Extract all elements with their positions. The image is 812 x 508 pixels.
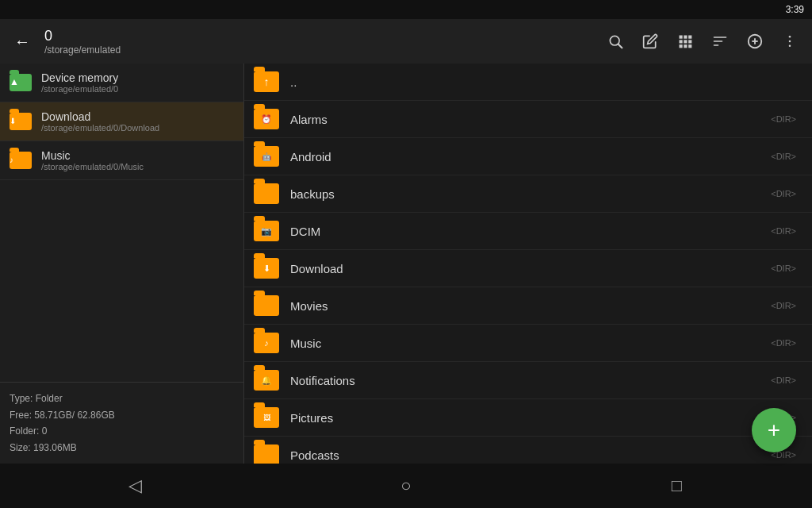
- alarms-dir: <DIR>: [771, 114, 796, 124]
- footer-type: Type: Folder: [10, 391, 234, 406]
- device-memory-name: Device memory: [41, 71, 118, 84]
- music-text: Music /storage/emulated/0/Music: [41, 149, 144, 171]
- file-item-dcim[interactable]: 📷 DCIM <DIR>: [244, 213, 812, 250]
- music-folder-icon-list: ♪: [254, 333, 279, 353]
- sidebar-items: ▲ Device memory /storage/emulated/0 ⬇ Do…: [0, 64, 243, 382]
- svg-rect-10: [688, 44, 691, 48]
- svg-rect-5: [680, 40, 683, 43]
- file-item-movies[interactable]: Movies <DIR>: [244, 287, 812, 325]
- music-name-list: Music: [290, 337, 771, 350]
- svg-point-17: [789, 36, 791, 38]
- bell-icon: 🔔: [261, 375, 272, 386]
- svg-rect-7: [688, 40, 691, 43]
- backups-folder-icon: [254, 183, 279, 204]
- file-item-backups[interactable]: backups <DIR>: [244, 175, 812, 213]
- file-item-up[interactable]: ↑ ..: [244, 64, 812, 101]
- notifications-name: Notifications: [290, 374, 771, 387]
- nav-home-button[interactable]: ○: [382, 470, 430, 502]
- status-bar: 3:39: [0, 0, 812, 19]
- file-item-music[interactable]: ♪ Music <DIR>: [244, 325, 812, 362]
- toolbar-actions: [599, 25, 806, 57]
- status-time: 3:39: [786, 4, 804, 15]
- title-path: /storage/emulated: [44, 44, 599, 56]
- grid-button[interactable]: [669, 25, 701, 57]
- nav-back-button[interactable]: ◁: [112, 470, 159, 502]
- file-item-download[interactable]: ⬇ Download <DIR>: [244, 250, 812, 287]
- dcim-dir: <DIR>: [771, 226, 796, 236]
- up-folder-icon: ↑: [254, 71, 279, 92]
- svg-rect-3: [684, 36, 687, 39]
- svg-point-19: [789, 45, 791, 48]
- movies-folder-icon: [254, 295, 279, 316]
- device-memory-folder-icon: ▲: [10, 74, 32, 91]
- android-icon: 🤖: [262, 152, 271, 161]
- device-memory-text: Device memory /storage/emulated/0: [41, 71, 118, 94]
- back-button[interactable]: ←: [6, 25, 38, 57]
- camera-icon: 📷: [261, 226, 272, 237]
- svg-rect-8: [680, 44, 683, 48]
- dcim-folder-icon: 📷: [254, 221, 279, 241]
- svg-rect-9: [684, 44, 687, 48]
- download-icon: ⬇: [263, 264, 270, 274]
- add-circle-button[interactable]: [739, 25, 771, 57]
- picture-icon: 🖼: [263, 414, 270, 421]
- footer-folder: Folder: 0: [10, 423, 234, 439]
- device-memory-path: /storage/emulated/0: [41, 84, 118, 94]
- music-note-icon: ♪: [264, 338, 269, 348]
- toolbar: ← 0 /storage/emulated: [0, 19, 812, 64]
- alarms-name: Alarms: [290, 113, 771, 126]
- file-item-pictures[interactable]: 🖼 Pictures <DIR>: [244, 399, 812, 437]
- sidebar-footer: Type: Folder Free: 58.71GB/ 62.86GB Fold…: [0, 382, 243, 464]
- pictures-name: Pictures: [290, 411, 771, 425]
- fab-plus-icon: +: [768, 419, 780, 441]
- file-item-up-name: ..: [290, 75, 802, 89]
- movies-name: Movies: [290, 299, 771, 313]
- file-item-alarms[interactable]: ⏰ Alarms <DIR>: [244, 101, 812, 138]
- svg-rect-6: [684, 40, 687, 43]
- footer-size: Size: 193.06MB: [10, 440, 234, 456]
- podcasts-name: Podcasts: [290, 448, 771, 462]
- alarms-folder-icon: ⏰: [254, 109, 279, 129]
- backups-dir: <DIR>: [771, 189, 796, 198]
- download-dir: <DIR>: [771, 264, 796, 273]
- file-item-notifications[interactable]: 🔔 Notifications <DIR>: [244, 362, 812, 399]
- file-item-android[interactable]: 🤖 Android <DIR>: [244, 138, 812, 175]
- sidebar-item-music[interactable]: ♪ Music /storage/emulated/0/Music: [0, 141, 243, 180]
- svg-point-18: [789, 40, 791, 43]
- download-folder-icon: ⬇: [10, 113, 32, 130]
- footer-free: Free: 58.71GB/ 62.86GB: [10, 407, 234, 423]
- music-name: Music: [41, 149, 144, 162]
- backups-name: backups: [290, 187, 771, 201]
- pictures-folder-icon: 🖼: [254, 407, 279, 428]
- main-area: ▲ Device memory /storage/emulated/0 ⬇ Do…: [0, 64, 812, 464]
- android-name: Android: [290, 150, 771, 164]
- notifications-dir: <DIR>: [771, 375, 796, 385]
- download-name-list: Download: [290, 262, 771, 275]
- file-list: ↑ .. ⏰ Alarms <DIR> 🤖 Android <DIR> back…: [244, 64, 812, 464]
- sidebar-item-device-memory[interactable]: ▲ Device memory /storage/emulated/0: [0, 64, 243, 102]
- sidebar-item-download[interactable]: ⬇ Download /storage/emulated/0/Download: [0, 102, 243, 141]
- file-item-podcasts[interactable]: Podcasts <DIR>: [244, 437, 812, 464]
- svg-rect-4: [688, 36, 691, 39]
- dcim-name: DCIM: [290, 225, 771, 238]
- notifications-folder-icon: 🔔: [254, 370, 279, 391]
- title-number: 0: [44, 28, 599, 44]
- podcasts-folder-icon: [254, 444, 279, 464]
- nav-recent-button[interactable]: □: [653, 470, 700, 502]
- music-folder-icon: ♪: [10, 152, 32, 169]
- fab-add-button[interactable]: +: [752, 408, 796, 452]
- android-folder-icon: 🤖: [254, 146, 279, 167]
- edit-button[interactable]: [634, 25, 666, 57]
- sort-button[interactable]: [704, 25, 736, 57]
- more-options-button[interactable]: [774, 25, 806, 57]
- svg-line-1: [619, 44, 622, 48]
- music-path: /storage/emulated/0/Music: [41, 162, 144, 171]
- android-dir: <DIR>: [771, 152, 796, 161]
- music-dir: <DIR>: [771, 338, 796, 348]
- download-path: /storage/emulated/0/Download: [41, 123, 159, 133]
- movies-dir: <DIR>: [771, 301, 796, 310]
- download-text: Download /storage/emulated/0/Download: [41, 110, 159, 133]
- alarm-icon: ⏰: [261, 114, 272, 125]
- search-button[interactable]: [599, 25, 631, 57]
- download-folder-icon-list: ⬇: [254, 258, 279, 279]
